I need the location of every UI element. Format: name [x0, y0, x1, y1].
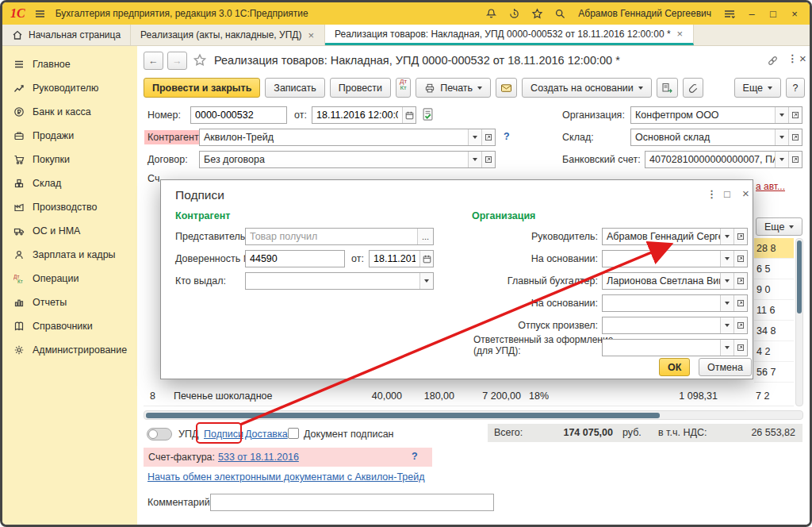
print-button[interactable]: Печать — [416, 78, 491, 98]
open-icon[interactable] — [481, 152, 495, 167]
basis1-combo[interactable] — [602, 250, 748, 267]
dropdown-icon[interactable] — [468, 129, 481, 145]
table-row[interactable]: 11 6 — [754, 300, 794, 321]
main-menu-icon[interactable] — [33, 6, 48, 21]
favorites-star-icon[interactable] — [529, 6, 545, 21]
more-button[interactable]: Еще — [734, 78, 781, 98]
tab-close-icon[interactable]: × — [307, 29, 315, 41]
open-icon[interactable] — [733, 273, 747, 289]
sidebar-item-purchases[interactable]: Покупки — [2, 148, 137, 171]
sidebar-item-bank-cash[interactable]: Банк и касса — [2, 100, 137, 124]
signatures-link[interactable]: Подписи — [204, 429, 243, 440]
table-more-button[interactable]: Еще — [756, 217, 802, 236]
dialog-maximize-icon[interactable]: □ — [724, 188, 730, 200]
open-icon[interactable] — [733, 251, 747, 267]
poa-date-field[interactable] — [369, 250, 434, 267]
create-based-on-button[interactable]: Создать на основании — [522, 78, 652, 98]
tab-close-icon[interactable]: × — [676, 28, 684, 40]
close-document-icon[interactable]: × — [799, 52, 806, 65]
accountant-combo[interactable]: Ларионова Светлана Викт — [602, 272, 748, 290]
open-icon[interactable] — [788, 129, 802, 145]
table-row[interactable]: 28 8 — [754, 238, 794, 259]
dropdown-icon[interactable] — [720, 317, 733, 333]
number-input[interactable] — [190, 106, 287, 124]
basis2-combo[interactable] — [602, 294, 748, 312]
upd-toggle[interactable] — [147, 428, 172, 440]
open-icon[interactable] — [481, 129, 495, 145]
responsible-combo[interactable] — [602, 339, 748, 356]
sidebar-item-operations[interactable]: ДтКт Операции — [2, 267, 137, 290]
scrollbar-thumb[interactable] — [797, 240, 802, 314]
open-icon[interactable] — [733, 317, 747, 333]
calendar-icon[interactable] — [419, 251, 433, 267]
tab-sales-list[interactable]: Реализация (акты, накладные, УПД) × — [131, 25, 325, 45]
dispatcher-combo[interactable] — [602, 317, 748, 334]
search-icon[interactable] — [552, 6, 568, 21]
dropdown-icon[interactable] — [720, 340, 733, 356]
sidebar-item-sales[interactable]: Продажи — [2, 124, 137, 148]
director-combo[interactable]: Абрамов Геннадий Серге — [602, 228, 748, 245]
contract-field[interactable]: Без договора — [199, 151, 496, 168]
date-input[interactable] — [312, 107, 402, 123]
table-row[interactable]: 56 7 — [754, 362, 794, 383]
dropdown-icon[interactable] — [419, 273, 433, 289]
calendar-icon[interactable] — [402, 107, 416, 123]
back-button[interactable]: ← — [144, 52, 163, 70]
sidebar-item-main[interactable]: Главное — [2, 52, 137, 76]
table-row[interactable]: 34 8 — [754, 321, 794, 341]
representative-input[interactable] — [246, 229, 417, 244]
sidebar-item-directories[interactable]: Справочники — [2, 314, 137, 338]
invoice-help-icon[interactable]: ? — [412, 451, 418, 462]
open-icon[interactable] — [788, 107, 802, 123]
choose-icon[interactable]: ... — [417, 229, 433, 244]
bank-account-field[interactable]: 40702810000000000007, ПАО СБЕРБАНК — [645, 151, 802, 168]
sidebar-item-fixed-assets[interactable]: ОС и НМА — [2, 219, 137, 243]
dropdown-icon[interactable] — [775, 129, 788, 145]
posted-status-icon[interactable] — [421, 107, 435, 124]
cancel-button[interactable]: Отмена — [699, 358, 752, 376]
open-icon[interactable] — [733, 340, 747, 356]
save-button[interactable]: Записать — [265, 78, 324, 98]
poa-date-input[interactable] — [370, 251, 419, 267]
service-menu-icon[interactable] — [722, 6, 737, 21]
dialog-more-icon[interactable]: ⋮ — [707, 188, 717, 200]
document-signed-checkbox[interactable] — [288, 428, 299, 439]
dropdown-icon[interactable] — [468, 152, 481, 167]
sidebar-item-manager[interactable]: Руководителю — [2, 76, 137, 100]
show-postings-button[interactable]: Дт Кт — [396, 78, 411, 98]
issued-by-combo[interactable] — [245, 272, 434, 290]
sidebar-item-reports[interactable]: Отчеты — [2, 290, 137, 314]
invoice-link[interactable]: 533 от 18.11.2016 — [218, 452, 299, 463]
close-window-button[interactable]: × — [787, 8, 802, 20]
link-icon[interactable] — [767, 55, 779, 69]
table-vertical-scrollbar[interactable] — [795, 238, 803, 406]
post-button[interactable]: Провести — [330, 78, 391, 98]
open-icon[interactable] — [733, 229, 747, 244]
current-user[interactable]: Абрамов Геннадий Сергеевич — [578, 8, 711, 19]
open-icon[interactable] — [733, 295, 747, 311]
edi-exchange-link[interactable]: Начать обмен электронными документами с … — [147, 471, 425, 483]
tab-home[interactable]: Начальная страница — [2, 25, 131, 45]
favorite-star-icon[interactable] — [193, 53, 207, 70]
counterparty-help-icon[interactable]: ? — [504, 131, 510, 142]
dropdown-icon[interactable] — [775, 107, 788, 123]
more-dots-icon[interactable]: ⋮ — [787, 52, 798, 64]
post-and-close-button[interactable]: Провести и закрыть — [144, 78, 260, 98]
attachments-button[interactable] — [683, 78, 703, 98]
auto-settlements-link-fragment[interactable]: а авт... — [756, 181, 785, 192]
date-field[interactable] — [312, 106, 416, 124]
related-documents-button[interactable] — [657, 78, 678, 98]
maximize-button[interactable]: □ — [766, 8, 780, 20]
table-row[interactable]: 4 2 — [754, 341, 794, 362]
notifications-bell-icon[interactable] — [483, 6, 499, 21]
table-horizontal-scrollbar[interactable] — [144, 410, 803, 420]
comment-input[interactable] — [210, 494, 494, 511]
ok-button[interactable]: ОК — [659, 358, 690, 376]
sidebar-item-production[interactable]: Производство — [2, 195, 137, 219]
minimize-button[interactable]: – — [745, 8, 759, 20]
sidebar-item-administration[interactable]: Администрирование — [2, 338, 137, 362]
forward-button[interactable]: → — [167, 52, 187, 70]
sidebar-item-warehouse[interactable]: Склад — [2, 171, 137, 195]
open-icon[interactable] — [788, 152, 802, 167]
help-button[interactable]: ? — [786, 78, 805, 98]
